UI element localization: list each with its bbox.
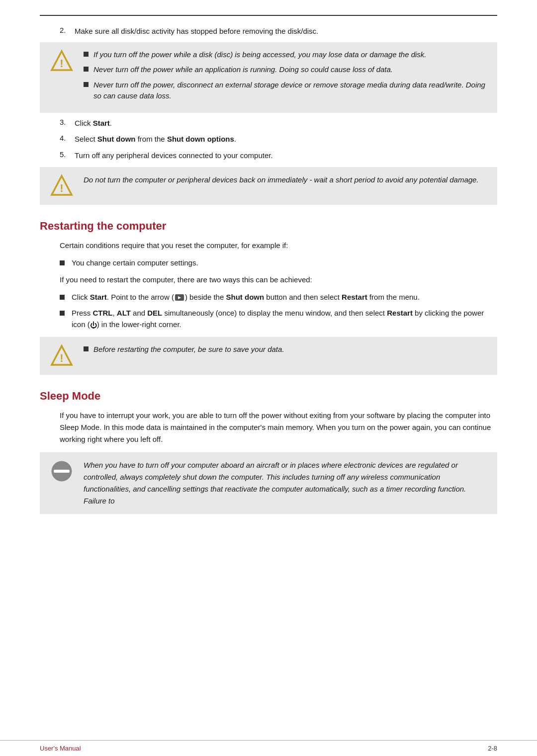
warning-bullet-item-1: If you turn off the power while a disk (… <box>84 49 488 61</box>
standalone-bullet-2: Click Start. Point to the arrow (▶) besi… <box>40 292 497 303</box>
standalone-bullet-1: You change certain computer settings. <box>40 257 497 269</box>
prohibition-icon <box>49 459 75 483</box>
page-container: 2. Make sure all disk/disc activity has … <box>0 0 537 551</box>
warning-bullet-item-3: Never turn off the power, disconnect an … <box>84 80 488 102</box>
num-item-2: 2. Make sure all disk/disc activity has … <box>40 26 497 37</box>
svg-text:!: ! <box>60 182 63 194</box>
bullet-content: Press CTRL, ALT and DEL simultaneously (… <box>72 308 497 330</box>
num-label: 3. <box>60 118 75 129</box>
warning-content-2: Do not turn the computer or peripheral d… <box>84 174 488 186</box>
warning-icon-1: ! <box>49 49 75 73</box>
footer-left: User's Manual <box>40 745 81 752</box>
warning-text: Do not turn the computer or peripheral d… <box>84 175 479 184</box>
warning-box-3: ! Before restarting the computer, be sur… <box>40 337 497 375</box>
info-box-sleep: When you have to turn off your computer … <box>40 452 497 514</box>
num-label: 5. <box>60 150 75 162</box>
bullet-square <box>84 346 89 351</box>
body-text-restarting-1: Certain conditions require that you rese… <box>40 240 497 252</box>
warning-content-3: Before restarting the computer, be sure … <box>84 344 488 359</box>
num-content: Click Start. <box>75 118 497 129</box>
svg-text:!: ! <box>60 57 63 70</box>
bullet-content: Click Start. Point to the arrow (▶) besi… <box>72 292 497 303</box>
num-content: Turn off any peripheral devices connecte… <box>75 150 497 162</box>
svg-rect-7 <box>54 470 70 473</box>
bullet-text: Never turn off the power, disconnect an … <box>93 80 488 102</box>
warning-box-1: ! If you turn off the power while a disk… <box>40 42 497 113</box>
warning-box-2: ! Do not turn the computer or peripheral… <box>40 167 497 205</box>
standalone-bullet-3: Press CTRL, ALT and DEL simultaneously (… <box>40 308 497 330</box>
bullet-square <box>84 67 89 72</box>
warning-bullet-item-2: Never turn off the power while an applic… <box>84 64 488 76</box>
num-item-4: 4. Select Shut down from the Shut down o… <box>40 134 497 145</box>
svg-text:!: ! <box>60 352 63 364</box>
bullet-square <box>84 52 89 57</box>
page-footer: User's Manual 2-8 <box>0 740 537 756</box>
warning-bullet-list: If you turn off the power while a disk (… <box>84 49 488 102</box>
bullet-square <box>84 82 89 87</box>
section-heading-restarting: Restarting the computer <box>40 220 497 233</box>
top-rule <box>40 15 497 16</box>
num-label: 4. <box>60 134 75 145</box>
num-content: Select Shut down from the Shut down opti… <box>75 134 497 145</box>
warning-icon-3: ! <box>49 344 75 368</box>
body-text-restarting-2: If you need to restart the computer, the… <box>40 274 497 286</box>
body-text-sleep-1: If you have to interrupt your work, you … <box>40 410 497 445</box>
warning-bullet-list-2: Before restarting the computer, be sure … <box>84 344 488 355</box>
warning-content-1: If you turn off the power while a disk (… <box>84 49 488 106</box>
bullet-text: If you turn off the power while a disk (… <box>93 49 427 61</box>
bullet-square <box>60 260 65 265</box>
num-item-3: 3. Click Start. <box>40 118 497 129</box>
info-text: When you have to turn off your computer … <box>84 461 466 505</box>
bullet-text: Before restarting the computer, be sure … <box>93 344 284 355</box>
bullet-text: Never turn off the power while an applic… <box>93 64 393 76</box>
footer-right: 2-8 <box>488 745 497 752</box>
warning-icon-2: ! <box>49 174 75 198</box>
num-content: Make sure all disk/disc activity has sto… <box>75 26 497 37</box>
bullet-square <box>60 295 65 300</box>
info-content-sleep: When you have to turn off your computer … <box>84 459 488 507</box>
warning-bullet-item-before-restart: Before restarting the computer, be sure … <box>84 344 488 355</box>
bullet-content: You change certain computer settings. <box>72 257 497 269</box>
num-label: 2. <box>60 26 75 37</box>
section-heading-sleep: Sleep Mode <box>40 390 497 403</box>
bullet-square <box>60 311 65 316</box>
num-item-5: 5. Turn off any peripheral devices conne… <box>40 150 497 162</box>
